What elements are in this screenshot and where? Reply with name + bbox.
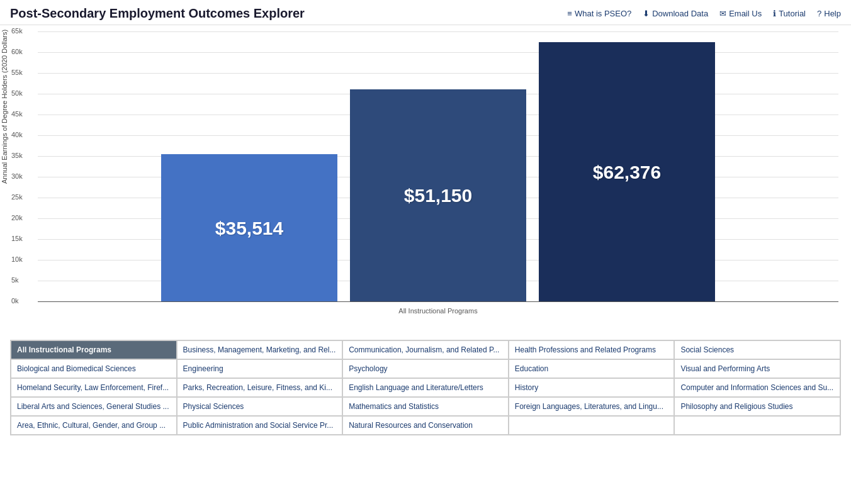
what-is-pseo-icon: ≡ (567, 9, 572, 18)
gridline-label: 30k (11, 172, 23, 180)
category-cell-natural[interactable]: Natural Resources and Conservation (342, 416, 509, 435)
download-data-icon: ⬇ (643, 9, 650, 18)
nav-help[interactable]: ?Help (817, 9, 841, 18)
nav-download-data[interactable]: ⬇Download Data (643, 9, 708, 18)
gridline-label: 60k (11, 48, 23, 55)
category-cell-bio[interactable]: Biological and Biomedical Sciences (11, 359, 177, 378)
x-axis-label: All Instructional Programs (38, 307, 838, 315)
gridline-label: 45k (11, 110, 23, 118)
bar-bar3[interactable]: $62,376 (539, 42, 715, 302)
category-cell-empty1 (509, 416, 675, 435)
chart-container: Annual Earnings of Degree Holders (2020 … (0, 25, 851, 333)
bar-bar1[interactable]: $35,514 (161, 154, 337, 302)
y-axis-label: Annual Earnings of Degree Holders (2020 … (1, 175, 8, 184)
what-is-pseo-label: What is PSEO? (575, 9, 631, 18)
gridline-label: 5k (11, 276, 19, 284)
nav-tutorial[interactable]: ℹTutorial (773, 9, 806, 18)
category-cell-social[interactable]: Social Sciences (674, 340, 840, 359)
category-cell-public[interactable]: Public Administration and Social Service… (177, 416, 343, 435)
category-cell-visual[interactable]: Visual and Performing Arts (674, 359, 840, 378)
email-us-icon: ✉ (719, 9, 726, 18)
category-cell-health[interactable]: Health Professions and Related Programs (509, 340, 675, 359)
nav-email-us[interactable]: ✉Email Us (719, 9, 762, 18)
top-nav: ≡What is PSEO?⬇Download Data✉Email UsℹTu… (567, 9, 841, 18)
tutorial-label: Tutorial (779, 9, 806, 18)
category-cell-computer[interactable]: Computer and Information Sciences and Su… (674, 378, 840, 397)
email-us-label: Email Us (729, 9, 762, 18)
bar-value-bar2: $51,150 (404, 185, 472, 206)
bars-area: $35,514$51,150$62,376 (38, 31, 838, 302)
bar-wrap-bar1: $35,514 (161, 31, 337, 302)
help-icon: ? (817, 9, 821, 18)
bar-wrap-bar3: $62,376 (539, 31, 715, 302)
category-cell-english[interactable]: English Language and Literature/Letters (342, 378, 509, 397)
bar-value-bar3: $62,376 (593, 162, 661, 183)
category-cell-all[interactable]: All Instructional Programs (11, 340, 177, 359)
category-cell-physical[interactable]: Physical Sciences (177, 397, 343, 416)
category-cell-history[interactable]: History (509, 378, 675, 397)
bar-wrap-bar2: $51,150 (350, 31, 526, 302)
gridline-label: 55k (11, 69, 23, 76)
category-cell-parks[interactable]: Parks, Recreation, Leisure, Fitness, and… (177, 378, 343, 397)
category-cell-philosophy[interactable]: Philosophy and Religious Studies (674, 397, 840, 416)
gridline-label: 50k (11, 89, 23, 97)
category-grid: All Instructional ProgramsBusiness, Mana… (11, 340, 840, 435)
gridline-label: 25k (11, 193, 23, 201)
bar-value-bar1: $35,514 (215, 218, 283, 239)
header: Post-Secondary Employment Outcomes Explo… (0, 0, 851, 25)
chart-baseline (38, 301, 838, 302)
gridline-label: 10k (11, 255, 23, 263)
download-data-label: Download Data (652, 9, 708, 18)
category-cell-liberal[interactable]: Liberal Arts and Sciences, General Studi… (11, 397, 177, 416)
chart-inner: 65k60k55k50k45k40k35k30k25k20k15k10k5k0k… (38, 31, 838, 315)
category-cell-homeland[interactable]: Homeland Security, Law Enforcement, Fire… (11, 378, 177, 397)
category-cell-education[interactable]: Education (509, 359, 675, 378)
category-cell-psychology[interactable]: Psychology (342, 359, 509, 378)
help-label: Help (824, 9, 841, 18)
tutorial-icon: ℹ (773, 9, 776, 18)
category-cell-engineering[interactable]: Engineering (177, 359, 343, 378)
gridline-label: 35k (11, 152, 23, 159)
category-cell-math[interactable]: Mathematics and Statistics (342, 397, 509, 416)
gridline-label: 40k (11, 131, 23, 138)
category-cell-communication[interactable]: Communication, Journalism, and Related P… (342, 340, 509, 359)
category-cell-foreign[interactable]: Foreign Languages, Literatures, and Ling… (509, 397, 675, 416)
gridline-label: 65k (11, 27, 23, 35)
category-section: All Instructional ProgramsBusiness, Mana… (10, 340, 841, 435)
bar-bar2[interactable]: $51,150 (350, 89, 526, 302)
gridline-label: 20k (11, 214, 23, 221)
gridline-label: 15k (11, 235, 23, 242)
gridline-label: 0k (11, 297, 19, 305)
page-title: Post-Secondary Employment Outcomes Explo… (10, 6, 305, 21)
category-cell-area[interactable]: Area, Ethnic, Cultural, Gender, and Grou… (11, 416, 177, 435)
nav-what-is-pseo[interactable]: ≡What is PSEO? (567, 9, 631, 18)
category-cell-empty2 (674, 416, 840, 435)
category-cell-business[interactable]: Business, Management, Marketing, and Rel… (177, 340, 343, 359)
